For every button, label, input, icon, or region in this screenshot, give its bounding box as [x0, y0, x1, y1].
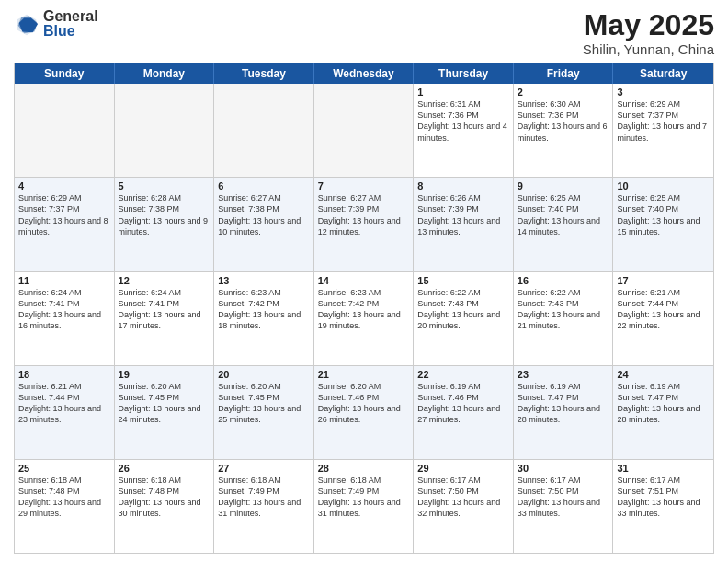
day-info: Sunrise: 6:20 AM Sunset: 7:45 PM Dayligh… — [119, 381, 210, 426]
weekday-thursday: Thursday — [414, 63, 514, 84]
calendar-cell-r4-c5: 30Sunrise: 6:17 AM Sunset: 7:50 PM Dayli… — [514, 460, 614, 553]
calendar-cell-r0-c3 — [314, 84, 415, 177]
calendar-cell-r1-c4: 8Sunrise: 6:26 AM Sunset: 7:39 PM Daylig… — [414, 178, 514, 270]
day-number: 3 — [617, 86, 710, 98]
day-info: Sunrise: 6:29 AM Sunset: 7:37 PM Dayligh… — [617, 98, 710, 144]
day-number: 24 — [617, 369, 710, 380]
calendar-cell-r1-c3: 7Sunrise: 6:27 AM Sunset: 7:39 PM Daylig… — [314, 178, 415, 270]
calendar-cell-r0-c4: 1Sunrise: 6:31 AM Sunset: 7:36 PM Daylig… — [414, 84, 514, 177]
calendar-cell-r1-c1: 5Sunrise: 6:28 AM Sunset: 7:38 PM Daylig… — [115, 178, 215, 270]
calendar-cell-r4-c6: 31Sunrise: 6:17 AM Sunset: 7:51 PM Dayli… — [613, 460, 713, 553]
day-number: 13 — [218, 275, 310, 286]
calendar-cell-r0-c2 — [214, 84, 314, 177]
day-info: Sunrise: 6:18 AM Sunset: 7:48 PM Dayligh… — [119, 475, 210, 520]
calendar-row-0: 1Sunrise: 6:31 AM Sunset: 7:36 PM Daylig… — [15, 84, 713, 178]
calendar-row-1: 4Sunrise: 6:29 AM Sunset: 7:37 PM Daylig… — [15, 178, 713, 271]
day-number: 2 — [518, 86, 609, 98]
calendar-cell-r0-c0 — [15, 84, 115, 177]
calendar-cell-r1-c5: 9Sunrise: 6:25 AM Sunset: 7:40 PM Daylig… — [514, 178, 614, 270]
day-info: Sunrise: 6:17 AM Sunset: 7:51 PM Dayligh… — [617, 475, 710, 520]
day-info: Sunrise: 6:19 AM Sunset: 7:46 PM Dayligh… — [417, 381, 509, 426]
day-number: 31 — [617, 463, 710, 474]
day-info: Sunrise: 6:27 AM Sunset: 7:39 PM Dayligh… — [318, 192, 410, 237]
day-number: 30 — [518, 463, 609, 474]
day-info: Sunrise: 6:17 AM Sunset: 7:50 PM Dayligh… — [417, 475, 509, 520]
weekday-monday: Monday — [115, 63, 215, 84]
day-info: Sunrise: 6:22 AM Sunset: 7:43 PM Dayligh… — [417, 287, 509, 332]
day-number: 6 — [218, 180, 310, 191]
weekday-sunday: Sunday — [15, 63, 115, 84]
logo-icon — [14, 11, 40, 37]
day-info: Sunrise: 6:23 AM Sunset: 7:42 PM Dayligh… — [218, 287, 310, 332]
calendar-cell-r3-c0: 18Sunrise: 6:21 AM Sunset: 7:44 PM Dayli… — [15, 366, 115, 459]
calendar-cell-r3-c2: 20Sunrise: 6:20 AM Sunset: 7:45 PM Dayli… — [214, 366, 314, 459]
logo-general-text: General — [43, 9, 98, 24]
day-info: Sunrise: 6:30 AM Sunset: 7:36 PM Dayligh… — [518, 98, 609, 144]
calendar-cell-r0-c6: 3Sunrise: 6:29 AM Sunset: 7:37 PM Daylig… — [613, 84, 713, 177]
day-number: 22 — [417, 369, 509, 380]
day-info: Sunrise: 6:24 AM Sunset: 7:41 PM Dayligh… — [18, 287, 110, 332]
calendar-row-4: 25Sunrise: 6:18 AM Sunset: 7:48 PM Dayli… — [15, 460, 713, 553]
day-number: 27 — [218, 463, 310, 474]
day-number: 12 — [119, 275, 210, 286]
calendar-cell-r4-c2: 27Sunrise: 6:18 AM Sunset: 7:49 PM Dayli… — [214, 460, 314, 553]
calendar-body: 1Sunrise: 6:31 AM Sunset: 7:36 PM Daylig… — [15, 84, 713, 553]
calendar-cell-r4-c0: 25Sunrise: 6:18 AM Sunset: 7:48 PM Dayli… — [15, 460, 115, 553]
day-number: 1 — [417, 86, 509, 98]
day-info: Sunrise: 6:23 AM Sunset: 7:42 PM Dayligh… — [318, 287, 410, 332]
calendar-cell-r3-c5: 23Sunrise: 6:19 AM Sunset: 7:47 PM Dayli… — [514, 366, 614, 459]
day-number: 20 — [218, 369, 310, 380]
header: General Blue May 2025 Shilin, Yunnan, Ch… — [14, 9, 714, 57]
day-number: 5 — [119, 180, 210, 191]
calendar-cell-r4-c4: 29Sunrise: 6:17 AM Sunset: 7:50 PM Dayli… — [414, 460, 514, 553]
day-info: Sunrise: 6:27 AM Sunset: 7:38 PM Dayligh… — [218, 192, 310, 237]
calendar-cell-r1-c2: 6Sunrise: 6:27 AM Sunset: 7:38 PM Daylig… — [214, 178, 314, 270]
day-info: Sunrise: 6:21 AM Sunset: 7:44 PM Dayligh… — [617, 287, 710, 332]
day-number: 10 — [617, 180, 710, 191]
calendar-cell-r2-c3: 14Sunrise: 6:23 AM Sunset: 7:42 PM Dayli… — [314, 272, 415, 365]
day-info: Sunrise: 6:29 AM Sunset: 7:37 PM Dayligh… — [18, 192, 110, 237]
calendar: Sunday Monday Tuesday Wednesday Thursday… — [14, 63, 714, 554]
logo-blue-text: Blue — [43, 24, 98, 39]
calendar-cell-r3-c4: 22Sunrise: 6:19 AM Sunset: 7:46 PM Dayli… — [414, 366, 514, 459]
calendar-cell-r4-c1: 26Sunrise: 6:18 AM Sunset: 7:48 PM Dayli… — [115, 460, 215, 553]
title-location: Shilin, Yunnan, China — [583, 41, 714, 57]
calendar-cell-r3-c3: 21Sunrise: 6:20 AM Sunset: 7:46 PM Dayli… — [314, 366, 415, 459]
calendar-cell-r4-c3: 28Sunrise: 6:18 AM Sunset: 7:49 PM Dayli… — [314, 460, 415, 553]
day-number: 17 — [617, 275, 710, 286]
day-info: Sunrise: 6:19 AM Sunset: 7:47 PM Dayligh… — [518, 381, 609, 426]
page: General Blue May 2025 Shilin, Yunnan, Ch… — [0, 0, 728, 563]
title-month: May 2025 — [583, 9, 714, 41]
title-block: May 2025 Shilin, Yunnan, China — [583, 9, 714, 57]
calendar-cell-r3-c6: 24Sunrise: 6:19 AM Sunset: 7:47 PM Dayli… — [613, 366, 713, 459]
day-info: Sunrise: 6:20 AM Sunset: 7:46 PM Dayligh… — [318, 381, 410, 426]
day-number: 18 — [18, 369, 110, 380]
logo-text: General Blue — [43, 9, 98, 39]
day-info: Sunrise: 6:18 AM Sunset: 7:49 PM Dayligh… — [318, 475, 410, 520]
day-number: 15 — [417, 275, 509, 286]
calendar-cell-r2-c6: 17Sunrise: 6:21 AM Sunset: 7:44 PM Dayli… — [613, 272, 713, 365]
calendar-cell-r1-c6: 10Sunrise: 6:25 AM Sunset: 7:40 PM Dayli… — [613, 178, 713, 270]
day-info: Sunrise: 6:25 AM Sunset: 7:40 PM Dayligh… — [617, 192, 710, 237]
calendar-cell-r2-c0: 11Sunrise: 6:24 AM Sunset: 7:41 PM Dayli… — [15, 272, 115, 365]
day-info: Sunrise: 6:25 AM Sunset: 7:40 PM Dayligh… — [518, 192, 609, 237]
day-info: Sunrise: 6:19 AM Sunset: 7:47 PM Dayligh… — [617, 381, 710, 426]
day-info: Sunrise: 6:26 AM Sunset: 7:39 PM Dayligh… — [417, 192, 509, 237]
logo: General Blue — [14, 9, 98, 39]
weekday-wednesday: Wednesday — [314, 63, 415, 84]
day-number: 16 — [518, 275, 609, 286]
day-number: 23 — [518, 369, 609, 380]
day-info: Sunrise: 6:22 AM Sunset: 7:43 PM Dayligh… — [518, 287, 609, 332]
weekday-friday: Friday — [514, 63, 614, 84]
day-number: 25 — [18, 463, 110, 474]
day-number: 28 — [318, 463, 410, 474]
day-number: 29 — [417, 463, 509, 474]
day-info: Sunrise: 6:20 AM Sunset: 7:45 PM Dayligh… — [218, 381, 310, 426]
day-info: Sunrise: 6:24 AM Sunset: 7:41 PM Dayligh… — [119, 287, 210, 332]
weekday-tuesday: Tuesday — [214, 63, 314, 84]
calendar-cell-r2-c2: 13Sunrise: 6:23 AM Sunset: 7:42 PM Dayli… — [214, 272, 314, 365]
day-info: Sunrise: 6:21 AM Sunset: 7:44 PM Dayligh… — [18, 381, 110, 426]
day-info: Sunrise: 6:18 AM Sunset: 7:48 PM Dayligh… — [18, 475, 110, 520]
day-number: 4 — [18, 180, 110, 191]
day-info: Sunrise: 6:28 AM Sunset: 7:38 PM Dayligh… — [119, 192, 210, 237]
